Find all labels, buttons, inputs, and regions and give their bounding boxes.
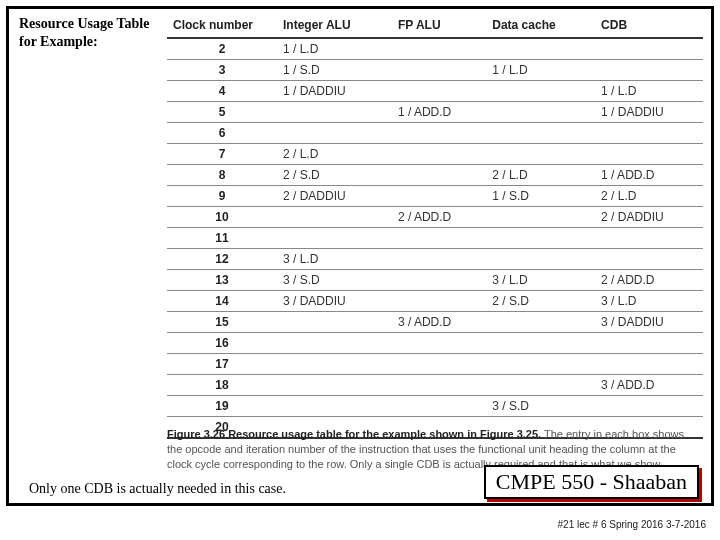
cell-clock: 10 xyxy=(167,207,277,228)
cell-fpalu xyxy=(392,354,486,375)
cell-fpalu xyxy=(392,396,486,417)
table-row: 31 / S.D1 / L.D xyxy=(167,60,703,81)
cell-dcache xyxy=(486,81,595,102)
course-tag: CMPE 550 - Shaaban xyxy=(484,465,699,499)
cell-cdb xyxy=(595,396,703,417)
header-label: Resource Usage Table for Example: xyxy=(19,15,159,50)
cell-cdb: 1 / ADD.D xyxy=(595,165,703,186)
cell-cdb: 2 / L.D xyxy=(595,186,703,207)
cell-ialu: 2 / L.D xyxy=(277,144,392,165)
cell-ialu xyxy=(277,123,392,144)
cell-ialu xyxy=(277,354,392,375)
col-dcache: Data cache xyxy=(486,15,595,38)
cell-dcache: 3 / S.D xyxy=(486,396,595,417)
cell-clock: 14 xyxy=(167,291,277,312)
cell-cdb xyxy=(595,249,703,270)
table-row: 72 / L.D xyxy=(167,144,703,165)
cell-dcache xyxy=(486,249,595,270)
cell-dcache: 2 / L.D xyxy=(486,165,595,186)
cell-cdb xyxy=(595,38,703,60)
cell-fpalu xyxy=(392,270,486,291)
cell-ialu: 3 / L.D xyxy=(277,249,392,270)
col-cdb: CDB xyxy=(595,15,703,38)
cell-cdb xyxy=(595,228,703,249)
cell-cdb xyxy=(595,354,703,375)
cell-dcache xyxy=(486,228,595,249)
cell-dcache xyxy=(486,375,595,396)
cell-fpalu xyxy=(392,38,486,60)
cell-clock: 11 xyxy=(167,228,277,249)
cell-dcache: 1 / L.D xyxy=(486,60,595,81)
cell-ialu xyxy=(277,333,392,354)
cell-cdb: 1 / L.D xyxy=(595,81,703,102)
table-row: 123 / L.D xyxy=(167,249,703,270)
cell-dcache xyxy=(486,38,595,60)
table-row: 16 xyxy=(167,333,703,354)
slide-frame: Resource Usage Table for Example: Clock … xyxy=(6,6,714,506)
cell-cdb: 3 / ADD.D xyxy=(595,375,703,396)
cell-ialu xyxy=(277,207,392,228)
cell-clock: 12 xyxy=(167,249,277,270)
cell-clock: 13 xyxy=(167,270,277,291)
cell-fpalu xyxy=(392,375,486,396)
cell-ialu xyxy=(277,312,392,333)
table-row: 6 xyxy=(167,123,703,144)
cell-ialu xyxy=(277,396,392,417)
footer-note: Only one CDB is actually needed in this … xyxy=(29,481,286,497)
cell-cdb: 2 / ADD.D xyxy=(595,270,703,291)
cell-fpalu: 3 / ADD.D xyxy=(392,312,486,333)
col-ialu: Integer ALU xyxy=(277,15,392,38)
col-fpalu: FP ALU xyxy=(392,15,486,38)
table-row: 193 / S.D xyxy=(167,396,703,417)
cell-clock: 2 xyxy=(167,38,277,60)
cell-dcache: 3 / L.D xyxy=(486,270,595,291)
cell-fpalu xyxy=(392,291,486,312)
table-row: 133 / S.D3 / L.D2 / ADD.D xyxy=(167,270,703,291)
cell-fpalu xyxy=(392,144,486,165)
resource-table-wrap: Clock number Integer ALU FP ALU Data cac… xyxy=(167,15,703,439)
cell-ialu: 3 / DADDIU xyxy=(277,291,392,312)
cell-fpalu: 2 / ADD.D xyxy=(392,207,486,228)
cell-ialu: 1 / DADDIU xyxy=(277,81,392,102)
cell-dcache xyxy=(486,354,595,375)
cell-ialu: 2 / S.D xyxy=(277,165,392,186)
cell-dcache: 2 / S.D xyxy=(486,291,595,312)
cell-dcache xyxy=(486,312,595,333)
cell-dcache xyxy=(486,123,595,144)
cell-clock: 6 xyxy=(167,123,277,144)
page-meta: #21 lec # 6 Spring 2016 3-7-2016 xyxy=(558,519,706,530)
cell-dcache xyxy=(486,102,595,123)
cell-cdb xyxy=(595,60,703,81)
col-clock: Clock number xyxy=(167,15,277,38)
cell-dcache xyxy=(486,333,595,354)
caption-lead: Figure 3.26 Resource usage table for the… xyxy=(167,428,541,440)
table-header-row: Clock number Integer ALU FP ALU Data cac… xyxy=(167,15,703,38)
cell-dcache: 1 / S.D xyxy=(486,186,595,207)
table-row: 21 / L.D xyxy=(167,38,703,60)
cell-clock: 9 xyxy=(167,186,277,207)
table-row: 82 / S.D2 / L.D1 / ADD.D xyxy=(167,165,703,186)
table-row: 143 / DADDIU2 / S.D3 / L.D xyxy=(167,291,703,312)
cell-fpalu xyxy=(392,186,486,207)
cell-cdb: 3 / L.D xyxy=(595,291,703,312)
cell-clock: 4 xyxy=(167,81,277,102)
cell-dcache xyxy=(486,207,595,228)
cell-cdb xyxy=(595,144,703,165)
cell-fpalu xyxy=(392,81,486,102)
table-row: 183 / ADD.D xyxy=(167,375,703,396)
cell-fpalu xyxy=(392,123,486,144)
cell-clock: 3 xyxy=(167,60,277,81)
cell-ialu xyxy=(277,228,392,249)
cell-cdb: 2 / DADDIU xyxy=(595,207,703,228)
cell-ialu: 3 / S.D xyxy=(277,270,392,291)
cell-fpalu xyxy=(392,165,486,186)
cell-clock: 18 xyxy=(167,375,277,396)
cell-clock: 5 xyxy=(167,102,277,123)
cell-fpalu xyxy=(392,60,486,81)
cell-clock: 8 xyxy=(167,165,277,186)
cell-clock: 16 xyxy=(167,333,277,354)
table-row: 153 / ADD.D3 / DADDIU xyxy=(167,312,703,333)
table-row: 11 xyxy=(167,228,703,249)
cell-cdb xyxy=(595,333,703,354)
cell-clock: 19 xyxy=(167,396,277,417)
